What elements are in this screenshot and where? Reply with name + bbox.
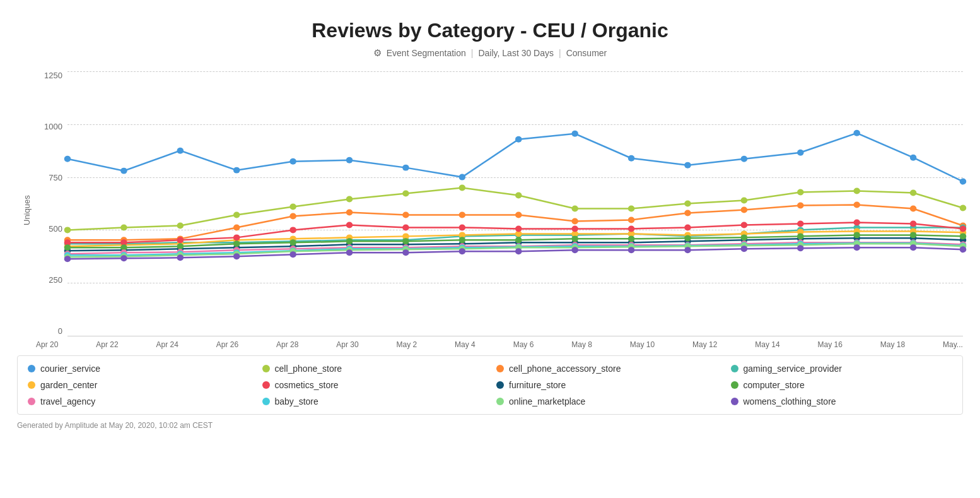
- svg-point-7: [459, 174, 466, 181]
- x-tick-may6: May 6: [513, 340, 534, 349]
- chart-title: Reviews by Category - CEU / Organic: [17, 19, 963, 42]
- svg-point-189: [177, 254, 184, 261]
- svg-point-9: [571, 131, 578, 137]
- svg-point-188: [120, 255, 127, 261]
- svg-point-21: [289, 204, 296, 210]
- svg-point-101: [960, 225, 967, 232]
- legend-dot-travel-agency: [28, 398, 35, 405]
- legend-container: courier_service cell_phone_store cell_ph…: [17, 355, 963, 415]
- svg-point-125: [402, 238, 409, 244]
- x-tick-may16: May 16: [818, 340, 843, 349]
- svg-point-133: [853, 232, 860, 238]
- svg-point-128: [571, 235, 578, 242]
- svg-point-134: [910, 232, 917, 238]
- chart-body: [67, 71, 963, 336]
- svg-point-198: [684, 247, 691, 253]
- svg-point-96: [684, 224, 691, 230]
- svg-point-202: [910, 244, 917, 251]
- svg-point-25: [515, 193, 522, 199]
- legend-dot-computer-store: [731, 381, 738, 389]
- svg-point-23: [402, 191, 409, 197]
- svg-point-135: [960, 233, 967, 239]
- segmentation-icon: ⚙: [373, 47, 382, 59]
- svg-point-6: [402, 165, 409, 171]
- svg-point-121: [177, 243, 184, 249]
- svg-point-28: [684, 201, 691, 207]
- svg-point-10: [628, 155, 635, 162]
- svg-point-40: [402, 211, 409, 218]
- svg-point-89: [289, 227, 296, 233]
- svg-point-46: [741, 206, 748, 213]
- svg-point-88: [233, 234, 240, 240]
- chart-area: Uniques 1250 1000 750 500 250 0: [17, 71, 963, 349]
- legend-label-cosmetics-store: cosmetics_store: [275, 380, 339, 390]
- svg-point-4: [289, 158, 296, 165]
- y-axis: 1250 1000 750 500 250 0: [36, 71, 67, 336]
- svg-point-200: [797, 245, 804, 251]
- event-segmentation-label: Event Segmentation: [387, 48, 466, 58]
- legend-dot-baby-store: [262, 398, 270, 405]
- svg-point-191: [289, 251, 296, 258]
- legend-item-womens-clothing: womens_clothing_store: [731, 396, 953, 406]
- svg-point-130: [684, 235, 691, 241]
- chart-with-axes: 1250 1000 750 500 250 0: [36, 71, 963, 349]
- svg-point-3: [233, 167, 240, 174]
- segment-label: Consumer: [566, 48, 607, 58]
- svg-point-91: [402, 224, 409, 230]
- svg-point-126: [459, 237, 466, 243]
- legend-label-womens-clothing: womens_clothing_store: [744, 396, 836, 406]
- svg-point-29: [741, 198, 748, 204]
- legend-dot-courier: [28, 365, 35, 372]
- legend-item-gaming-service: gaming_service_provider: [731, 364, 953, 374]
- y-tick-0: 0: [58, 327, 62, 335]
- svg-point-94: [571, 225, 578, 232]
- svg-point-129: [628, 235, 635, 242]
- svg-point-44: [628, 216, 635, 223]
- svg-point-17: [64, 227, 71, 233]
- legend-label-cell-phone-accessory: cell_phone_accessory_store: [509, 364, 621, 374]
- svg-point-132: [797, 233, 804, 239]
- x-tick-apr30: Apr 30: [336, 340, 358, 349]
- y-tick-1000: 1000: [44, 122, 62, 131]
- svg-point-92: [459, 224, 466, 230]
- svg-point-31: [853, 188, 860, 194]
- legend-dot-cell-phone-accessory: [496, 365, 504, 372]
- svg-point-8: [515, 136, 522, 143]
- svg-point-13: [797, 150, 804, 156]
- x-tick-may18: May 18: [880, 340, 905, 349]
- separator-2: |: [559, 48, 561, 58]
- svg-point-195: [515, 248, 522, 254]
- svg-point-201: [853, 244, 860, 251]
- svg-point-124: [346, 238, 353, 244]
- legend-item-cell-phone-accessory: cell_phone_accessory_store: [496, 364, 718, 374]
- svg-point-87: [177, 237, 184, 243]
- svg-point-5: [346, 157, 353, 163]
- legend-item-travel-agency: travel_agency: [28, 396, 250, 406]
- svg-point-18: [120, 224, 127, 230]
- legend-item-furniture-store: furniture_store: [496, 380, 718, 390]
- legend-dot-furniture-store: [496, 381, 504, 389]
- legend-label-baby-store: baby_store: [275, 396, 318, 406]
- svg-point-90: [346, 222, 353, 228]
- legend-dot-cell-phone-store: [262, 365, 270, 372]
- svg-point-15: [910, 155, 917, 161]
- svg-point-22: [346, 196, 353, 203]
- svg-point-41: [459, 211, 466, 218]
- svg-point-43: [571, 218, 578, 224]
- y-tick-250: 250: [49, 276, 62, 284]
- legend-item-online-marketplace: online_marketplace: [496, 396, 718, 406]
- svg-point-131: [741, 234, 748, 240]
- page-container: Reviews by Category - CEU / Organic ⚙ Ev…: [17, 19, 963, 430]
- legend-label-online-marketplace: online_marketplace: [509, 396, 585, 406]
- svg-point-99: [853, 219, 860, 225]
- svg-point-32: [910, 190, 917, 196]
- svg-point-42: [515, 211, 522, 218]
- chart-subtitle: ⚙ Event Segmentation | Daily, Last 30 Da…: [17, 47, 963, 59]
- svg-point-27: [628, 205, 635, 211]
- svg-point-190: [233, 253, 240, 259]
- chart-svg: [67, 71, 963, 336]
- svg-point-12: [741, 156, 748, 162]
- svg-point-38: [289, 213, 296, 219]
- svg-point-123: [289, 239, 296, 246]
- svg-point-199: [741, 246, 748, 252]
